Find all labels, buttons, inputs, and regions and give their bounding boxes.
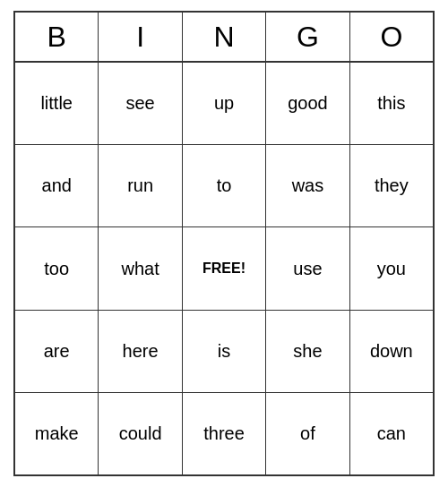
bingo-header: BINGO [15, 13, 433, 63]
bingo-cell-4-2: three [183, 393, 266, 474]
bingo-cell-4-3: of [266, 393, 349, 474]
header-cell-n: N [183, 13, 266, 61]
header-cell-b: B [15, 13, 99, 61]
bingo-cell-0-0: little [15, 63, 99, 144]
bingo-cell-1-2: to [183, 145, 266, 226]
bingo-cell-1-0: and [15, 145, 99, 226]
header-cell-g: G [266, 13, 349, 61]
bingo-cell-0-2: up [183, 63, 266, 144]
bingo-cell-3-2: is [183, 311, 266, 392]
bingo-cell-3-4: down [350, 311, 433, 392]
bingo-cell-2-4: you [350, 227, 433, 309]
bingo-card: BINGO littleseeupgoodthisandruntowasthey… [13, 11, 435, 476]
bingo-cell-2-0: too [15, 227, 99, 309]
bingo-cell-3-0: are [15, 311, 99, 392]
bingo-row-4: makecouldthreeofcan [15, 393, 433, 474]
header-cell-i: I [99, 13, 182, 61]
bingo-cell-4-0: make [15, 393, 99, 474]
bingo-cell-3-3: she [266, 311, 349, 392]
bingo-cell-1-4: they [350, 145, 433, 226]
bingo-row-0: littleseeupgoodthis [15, 63, 433, 145]
bingo-cell-3-1: here [99, 311, 182, 392]
bingo-cell-0-4: this [350, 63, 433, 144]
bingo-cell-2-3: use [266, 227, 349, 309]
bingo-cell-2-1: what [99, 227, 182, 309]
bingo-cell-4-1: could [99, 393, 182, 474]
bingo-row-2: toowhatFREE!useyou [15, 227, 433, 310]
bingo-cell-0-1: see [99, 63, 182, 144]
header-cell-o: O [350, 13, 433, 61]
bingo-row-3: arehereisshedown [15, 311, 433, 393]
bingo-cell-4-4: can [350, 393, 433, 474]
bingo-cell-1-1: run [99, 145, 182, 226]
bingo-cell-1-3: was [266, 145, 349, 226]
bingo-cell-2-2: FREE! [183, 227, 266, 309]
bingo-grid: littleseeupgoodthisandruntowastheytoowha… [15, 63, 433, 474]
bingo-row-1: andruntowasthey [15, 145, 433, 227]
bingo-cell-0-3: good [266, 63, 349, 144]
